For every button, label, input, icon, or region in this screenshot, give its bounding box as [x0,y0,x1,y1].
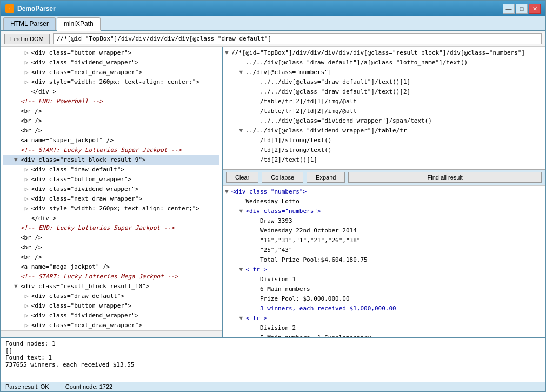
xpath-node[interactable]: ../../div[@class="draw default"]/text()[… [225,87,543,97]
output-line: Found nodes: 1 [5,340,541,347]
xpath-node[interactable]: ../../div[@class="draw default"]/text()[… [225,77,543,87]
tab-minixpath[interactable]: miniXPath [57,17,101,31]
result-node[interactable]: ▼<div class="numbers"> [225,207,543,216]
title-bar: 🔸 DemoParser — □ ✕ [1,1,545,16]
tree-node[interactable]: <a name="super_jackpot" /> [3,136,219,145]
result-node[interactable]: Draw 3393 [225,216,543,226]
tab-html-parser[interactable]: HTML Parser [3,17,56,30]
tree-node[interactable]: ▷<div class="draw default"> [3,291,219,301]
tree-node[interactable]: ▼<div class="result_block result_10"> [3,282,219,291]
horizontal-scrollbar[interactable] [1,330,222,337]
parse-result: Parse result: OK [5,383,49,390]
xpath-node[interactable]: ▼../div[@class="numbers"] [225,68,543,77]
xpath-node[interactable]: /td[1]/strong/text() [225,136,543,145]
tree-node[interactable]: ▷<div class="dividend_wrapper"> [3,184,219,194]
xpath-node[interactable]: /table/tr[2]/td[2]/img/@alt [225,107,543,116]
result-node[interactable]: Division 1 [225,275,543,284]
xpath-node[interactable]: /table/tr[2]/td[1]/img/@alt [225,97,543,107]
window-controls: — □ ✕ [503,4,541,14]
find-all-button[interactable]: Find all result [348,172,542,183]
result-node[interactable]: ▼<div class="numbers"> [225,187,543,197]
tree-node[interactable]: <br /> [3,116,219,126]
result-node[interactable]: Division 2 [225,323,543,333]
bottom-panel: Found nodes: 1[]Found text: 1737655 winn… [1,337,545,391]
tree-node[interactable]: ▷<div class="button_wrapper"> [3,175,219,184]
tree-node[interactable]: ▼<div class="result_block result_9"> [3,155,219,165]
title-bar-left: 🔸 DemoParser [5,4,56,13]
main-content: ▷<div class="button_wrapper"> ▷<div clas… [1,47,545,337]
tree-node[interactable]: ▷<div class="next_draw_wrapper"> [3,194,219,204]
result-node[interactable]: "25","43" [225,245,543,255]
tree-node[interactable]: <!-- START: Lucky Lotteries Super Jackpo… [3,145,219,155]
tree-node[interactable]: <!-- START: Lucky Lotteries Mega Jackpot… [3,272,219,282]
app-title: DemoParser [17,5,56,12]
expand-button[interactable]: Expand [307,172,345,183]
maximize-button[interactable]: □ [516,4,528,14]
output-line: Found text: 1 [5,354,541,361]
tree-node[interactable]: ▷<div style="width: 260px; text-align: c… [3,204,219,214]
xpath-node[interactable]: ▼../../div[@class="dividend_wrapper"]/ta… [225,126,543,136]
tree-node[interactable]: ▷<div class="button_wrapper"> [3,301,219,311]
tree-node[interactable]: ▷<div style="width: 260px; text-align: c… [3,77,219,87]
result-node[interactable]: Wednesday Lotto [225,197,543,207]
result-node[interactable]: 5 Main numbers, 1 Supplementary [225,333,543,337]
minimize-button[interactable]: — [503,4,515,14]
html-tree-scroll[interactable]: ▷<div class="button_wrapper"> ▷<div clas… [1,47,222,330]
xpath-node[interactable]: ▼//*[@id="TopBox"]/div/div/div/div/div[@… [225,48,543,58]
bottom-output: Found nodes: 1[]Found text: 1737655 winn… [1,338,545,382]
result-scroll[interactable]: ▼<div class="numbers"> Wednesday Lotto ▼… [223,185,545,337]
xpath-node[interactable]: ../../div[@class="draw default"]/a[@clas… [225,58,543,68]
close-button[interactable]: ✕ [529,4,541,14]
result-node[interactable]: ▼< tr > [225,265,543,275]
toolbar: Find in DOM [1,31,545,47]
tree-node[interactable]: <a name="mega_jackpot" /> [3,262,219,272]
right-pane: ▼//*[@id="TopBox"]/div/div/div/div/div[@… [223,47,545,337]
tree-node[interactable]: <br /> [3,233,219,243]
xpath-tree-scroll[interactable]: ▼//*[@id="TopBox"]/div/div/div/div/div[@… [223,47,545,169]
result-node[interactable]: 6 Main numbers [225,284,543,294]
tree-node[interactable]: ▷<div class="dividend_wrapper"> [3,311,219,321]
xpath-node[interactable]: ../../div[@class="dividend_wrapper"]/spa… [225,116,543,126]
result-node[interactable]: "16","31","1","21","26","38" [225,236,543,245]
count-node: Count node: 1722 [65,383,112,390]
tree-node[interactable]: ▷<div class="next_draw_wrapper"> [3,68,219,77]
tab-bar: HTML Parser miniXPath [1,16,545,31]
result-node[interactable]: ▼< tr > [225,314,543,323]
result-node[interactable]: Total Prize Pool:$4,604,180.75 [225,255,543,265]
status-bar: Parse result: OK Count node: 1722 [1,382,545,391]
result-node[interactable]: Prize Pool: $3,000,000.00 [225,294,543,304]
output-line: [] [5,347,541,354]
xpath-input[interactable] [53,33,542,44]
action-bar: Clear Collapse Expand Find all result [223,169,545,185]
tree-node[interactable]: <br /> [3,126,219,136]
tree-node[interactable]: <!-- END: Powerball --> [3,97,219,107]
clear-button[interactable]: Clear [226,172,258,183]
result-node[interactable]: 3 winners, each received $1,000,000.00 [225,304,543,314]
xpath-node[interactable]: /td[2]/text()[1] [225,155,543,165]
app-icon: 🔸 [5,4,14,13]
xpath-node[interactable]: /td[2]/strong/text() [225,145,543,155]
tree-node[interactable]: <!-- END: Lucky Lotteries Super Jackpot … [3,223,219,233]
tree-node[interactable]: ▷<div class="button_wrapper"> [3,48,219,58]
main-window: 🔸 DemoParser — □ ✕ HTML Parser miniXPath… [0,0,546,392]
left-pane: ▷<div class="button_wrapper"> ▷<div clas… [1,47,223,337]
tree-node[interactable]: <br /> [3,253,219,262]
tree-node[interactable]: ▷<div class="dividend_wrapper"> [3,58,219,68]
result-node[interactable]: Wednesday 22nd October 2014 [225,226,543,236]
tree-node[interactable]: ▷<div class="draw default"> [3,165,219,175]
output-line: 737655 winners, each received $13.55 [5,361,541,368]
tree-node[interactable]: <br /> [3,107,219,116]
tree-node[interactable]: <br /> [3,243,219,253]
tree-node[interactable]: </div > [3,214,219,223]
find-in-dom-button[interactable]: Find in DOM [4,34,50,44]
tree-node[interactable]: </div > [3,87,219,97]
collapse-button[interactable]: Collapse [262,172,303,183]
tree-node[interactable]: ▷<div class="next_draw_wrapper"> [3,321,219,330]
